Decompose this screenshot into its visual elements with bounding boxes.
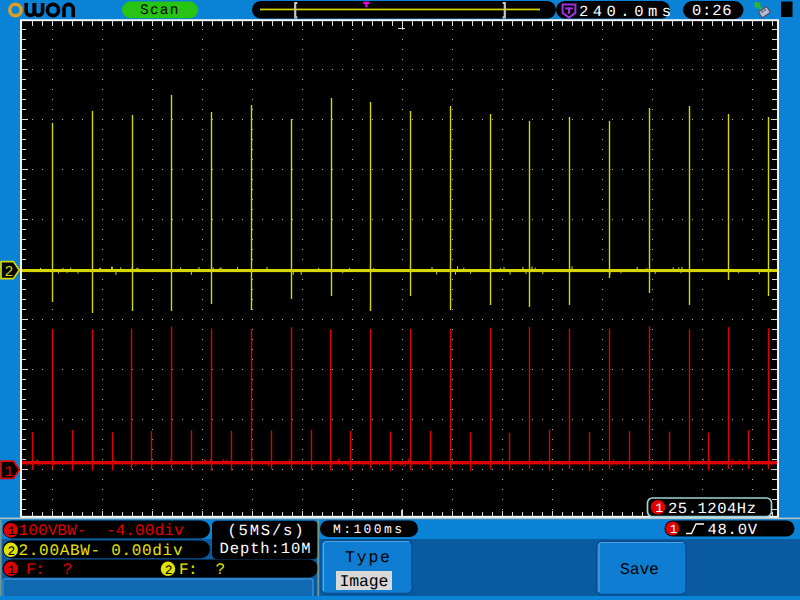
svg-text:0:26: 0:26: [692, 2, 732, 20]
svg-text:F: ?: F: ?: [179, 561, 225, 579]
svg-text:M:100ms: M:100ms: [333, 522, 402, 537]
svg-text:Scan: Scan: [140, 3, 179, 19]
svg-text:100VBW- -4.00div: 100VBW- -4.00div: [19, 522, 184, 540]
svg-text:F: ?: F: ?: [26, 561, 72, 579]
svg-text:Type: Type: [345, 548, 390, 567]
svg-text:1: 1: [8, 563, 16, 578]
svg-text:(5MS/s): (5MS/s): [228, 522, 304, 540]
svg-text:Image: Image: [340, 572, 389, 591]
svg-text:Depth:10M: Depth:10M: [220, 540, 311, 558]
svg-text:2: 2: [5, 264, 14, 281]
svg-text:25.1204Hz: 25.1204Hz: [668, 500, 756, 518]
svg-text:2.00ABW- 0.00div: 2.00ABW- 0.00div: [19, 542, 183, 560]
svg-text:1: 1: [5, 464, 14, 481]
svg-text:1: 1: [8, 524, 16, 539]
svg-text:2: 2: [8, 544, 16, 559]
svg-text:1: 1: [655, 501, 663, 516]
svg-text:1: 1: [670, 523, 678, 537]
svg-text:2: 2: [165, 563, 173, 578]
svg-text:Save: Save: [620, 560, 659, 579]
svg-text:240.0ms: 240.0ms: [579, 3, 671, 21]
svg-text:48.0V: 48.0V: [708, 521, 758, 539]
